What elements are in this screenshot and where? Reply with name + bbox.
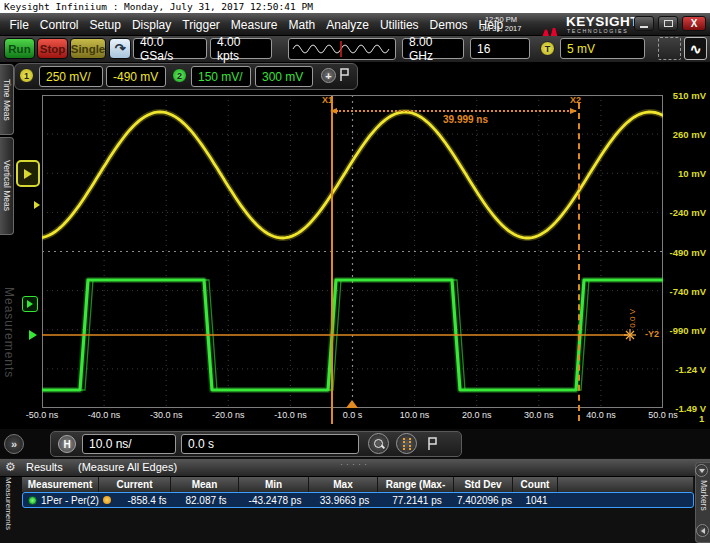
x-axis-label: 30.0 ns — [516, 410, 562, 420]
run-button[interactable]: Run — [4, 38, 35, 59]
pin-icon[interactable] — [338, 67, 351, 83]
column-header: Current — [99, 477, 171, 492]
results-table-header: MeasurementCurrentMeanMinMaxRange (Max-M… — [22, 477, 694, 492]
axis-channel-badge: 1 — [699, 413, 704, 424]
trigger-level-field[interactable]: 5 mV — [560, 38, 645, 59]
measurement-value-cell: 82.087 fs — [172, 495, 240, 506]
channel1-offset-field[interactable]: -490 mV — [106, 66, 166, 87]
measurement-value-cell: -43.2478 ps — [240, 495, 310, 506]
x-axis-label: -40.0 ns — [81, 410, 127, 420]
column-header: Measurement — [22, 477, 99, 492]
channel1-ground-marker[interactable] — [16, 160, 40, 187]
minimize-icon — [640, 26, 648, 28]
toolbar: Run Stop Single ↷ 40.0 GSa/s 4.00 kpts 8… — [0, 36, 710, 63]
channel2-level-arrow-icon[interactable] — [29, 330, 37, 340]
menu-item-utilities[interactable]: Utilities — [374, 18, 424, 32]
expand-button[interactable]: » — [4, 434, 24, 454]
touch-gesture-button[interactable]: ↷ — [109, 38, 131, 59]
channel2-ground-marker[interactable] — [22, 296, 38, 312]
minimize-button[interactable] — [634, 16, 654, 31]
menu-item-math[interactable]: Math — [283, 18, 321, 32]
channel2-badge[interactable]: 2 — [172, 68, 187, 83]
zoom-region-icon[interactable] — [658, 37, 681, 60]
x-axis-label: 0.0 s — [330, 410, 376, 420]
x-axis-label: -30.0 ns — [143, 410, 189, 420]
measurement-value-cell: 7.402096 ps — [455, 495, 514, 506]
channel1-offset-arrow-icon[interactable] — [34, 201, 40, 209]
delta-arrow-right-icon — [570, 108, 577, 114]
memory-depth-field[interactable]: 4.00 kpts — [210, 38, 272, 59]
measurement-value-cell: 77.2141 ps — [379, 495, 455, 506]
collapse-panel-button[interactable] — [695, 464, 708, 477]
channel1-badge[interactable]: 1 — [19, 68, 34, 83]
cursor-dots-button[interactable] — [396, 433, 417, 454]
clock-date: Jul 31, 2017 — [470, 24, 532, 33]
single-button[interactable]: Single — [70, 38, 106, 59]
menu-item-control[interactable]: Control — [34, 18, 84, 32]
channel2-offset-field[interactable]: 300 mV — [255, 66, 313, 87]
column-header: Mean — [171, 477, 239, 492]
y-axis-label: 10 mV — [660, 168, 706, 179]
stop-button[interactable]: Stop — [37, 38, 68, 59]
preview-sine-icon — [289, 39, 395, 59]
close-button[interactable]: X — [682, 16, 706, 31]
dotted-line-icon — [403, 438, 405, 450]
window-title-bar: Keysight Infiniium : Monday, July 31, 20… — [0, 0, 710, 13]
waveform-tool-icon[interactable]: ∿ — [684, 37, 707, 60]
menu-item-trigger[interactable]: Trigger — [177, 18, 226, 32]
dotted-line-icon — [409, 438, 411, 450]
tab-markers-label: Markers — [699, 480, 709, 511]
cursor-x1-label: X1 — [322, 95, 333, 105]
cursor-delta-line — [336, 110, 576, 112]
zoom-mode-button[interactable] — [368, 433, 389, 454]
timebase-scale-field[interactable]: 10.0 ns/ — [82, 434, 176, 454]
cursor-x1-line[interactable] — [331, 96, 333, 424]
results-side-label: Measurements — [1, 477, 16, 541]
menu-item-setup[interactable]: Setup — [84, 18, 126, 32]
cursor-y2-readout: 0.0 V — [628, 309, 637, 328]
y-axis-label: 260 mV — [660, 129, 706, 140]
y-axis-label: -490 mV — [660, 247, 706, 258]
menu-item-demos[interactable]: Demos — [424, 18, 473, 32]
timebase-position-field[interactable]: 0.0 s — [181, 434, 359, 454]
results-side-label-text: Measurements — [4, 477, 13, 530]
add-waveform-button[interactable]: + — [321, 68, 336, 83]
maximize-button[interactable] — [658, 16, 678, 31]
x-axis-label: -10.0 ns — [267, 410, 313, 420]
results-table-row[interactable]: 1Per - Per(2)-858.4 fs82.087 fs-43.2478 … — [22, 492, 694, 508]
menu-item-measure[interactable]: Measure — [225, 18, 283, 32]
tab-time-meas[interactable]: Time Meas — [0, 64, 14, 135]
magnifier-icon — [374, 439, 383, 448]
bandwidth-field[interactable]: 8.00 GHz — [402, 38, 464, 59]
horizontal-badge[interactable]: H — [58, 435, 76, 453]
measurement-name: 1Per - Per(2) — [41, 495, 99, 506]
channel1-scale-field[interactable]: 250 mV/ — [39, 66, 103, 87]
drag-handle[interactable]: ····· — [340, 459, 370, 469]
column-header: Max — [309, 477, 378, 492]
pin-icon[interactable] — [426, 436, 439, 452]
menu-item-analyze[interactable]: Analyze — [321, 18, 375, 32]
open-markers-button[interactable] — [696, 524, 709, 537]
sample-rate-field[interactable]: 40.0 GSa/s — [133, 38, 207, 59]
x-axis-label: -50.0 ns — [19, 410, 65, 420]
gear-icon[interactable]: ⚙ — [5, 460, 16, 474]
tab-vertical-meas[interactable]: Vertical Meas — [0, 137, 14, 235]
menu-item-display[interactable]: Display — [126, 18, 176, 32]
channel2-marker-icon — [27, 300, 33, 308]
measurements-watermark: Measurements — [1, 248, 16, 418]
measurement-value-cell: 1041 — [514, 495, 559, 506]
delta-readout: 39.999 ns — [443, 114, 488, 125]
channel2-scale-field[interactable]: 150 mV/ — [191, 66, 251, 87]
cursor-x2-line[interactable] — [578, 103, 580, 421]
acquisition-preview[interactable] — [288, 38, 396, 60]
x-axis-label: 50.0 ns — [640, 410, 686, 420]
menu-item-file[interactable]: File — [4, 18, 34, 32]
column-header: Range (Max-Min) — [378, 477, 454, 492]
y-axis-label: -990 mV — [660, 325, 706, 336]
column-header-filler — [558, 477, 694, 492]
trigger-time-marker[interactable] — [346, 400, 358, 408]
clock[interactable]: 12:50 PM Jul 31, 2017 — [470, 15, 532, 33]
averages-field[interactable]: 16 — [470, 38, 530, 59]
trigger-badge[interactable]: T — [540, 41, 555, 56]
maximize-icon — [664, 20, 673, 27]
